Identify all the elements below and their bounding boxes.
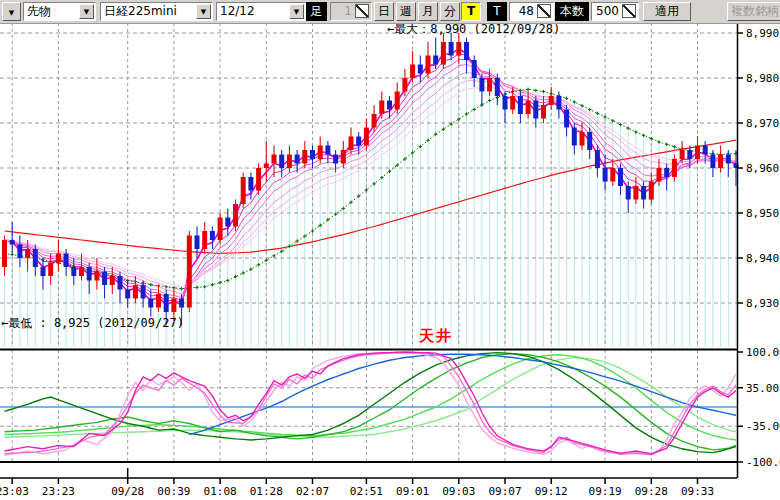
ceiling-annotation: 天井 [419, 327, 453, 346]
period-week-button[interactable]: 週 [396, 2, 416, 21]
svg-text:09:03: 09:03 [442, 485, 475, 498]
bars-count-value: 500 [596, 3, 619, 20]
period-minute-button[interactable]: 分 [440, 2, 460, 21]
symbol-select[interactable]: 日経225mini ▼ [100, 2, 213, 21]
svg-text:-100.00: -100.00 [746, 456, 780, 469]
svg-text:00:39: 00:39 [157, 485, 190, 498]
svg-text:09:07: 09:07 [488, 485, 521, 498]
chart-window: 8,9908,9808,9708,9608,9508,9408,930100.0… [0, 0, 780, 500]
svg-text:8,970: 8,970 [746, 117, 779, 130]
period-day-button[interactable]: 日 [374, 2, 394, 21]
chart-canvas[interactable]: 8,9908,9808,9708,9608,9508,9408,930100.0… [0, 0, 780, 500]
apply-button[interactable]: 適用 [643, 2, 691, 21]
svg-text:01:28: 01:28 [250, 485, 283, 498]
chevron-down-icon: ▼ [9, 9, 14, 17]
svg-text:-35.00: -35.00 [746, 420, 780, 433]
bar-interval-stepper[interactable]: 1 [330, 2, 372, 21]
chevron-down-icon[interactable]: ▼ [79, 4, 94, 19]
spinner-icon[interactable] [355, 4, 369, 18]
spinner-icon[interactable] [537, 4, 551, 18]
svg-text:09/28: 09/28 [111, 485, 144, 498]
toolbar: ▼ 先物 ▼ 日経225mini ▼ 12/12 ▼ 足 1 日 週 月 分 T… [0, 0, 780, 24]
svg-text:01:08: 01:08 [204, 485, 237, 498]
bar-interval-value: 1 [344, 3, 352, 20]
period-tick-button[interactable]: T [461, 2, 481, 21]
svg-text:09:01: 09:01 [396, 485, 429, 498]
svg-text:8,930: 8,930 [746, 297, 779, 310]
min-price-annotation: ←最低 : 8,925 (2012/09/27) [1, 315, 184, 332]
svg-text:02:07: 02:07 [296, 485, 329, 498]
svg-text:8,990: 8,990 [746, 27, 779, 40]
spinner-icon[interactable] [622, 4, 636, 18]
svg-text:8,950: 8,950 [746, 207, 779, 220]
tick-count-stepper[interactable]: 48 [509, 2, 554, 21]
market-select-value: 先物 [27, 3, 51, 20]
svg-text:09:19: 09:19 [589, 485, 622, 498]
contract-month-select[interactable]: 12/12 ▼ [216, 2, 306, 21]
bars-count-chip: 本数 [555, 2, 589, 21]
svg-text:09:12: 09:12 [535, 485, 568, 498]
svg-text:8,940: 8,940 [746, 252, 779, 265]
tick-count-chip: T [487, 2, 507, 21]
svg-text:23:23: 23:23 [42, 485, 75, 498]
symbol-select-value: 日経225mini [104, 3, 177, 20]
contract-month-value: 12/12 [220, 3, 255, 20]
svg-text:8,980: 8,980 [746, 72, 779, 85]
bars-count-stepper[interactable]: 500 [591, 2, 639, 21]
tick-count-value: 48 [519, 3, 534, 20]
svg-text:35.00: 35.00 [746, 382, 779, 395]
bar-type-chip: 足 [306, 2, 327, 21]
svg-text:23:03: 23:03 [0, 485, 29, 498]
chevron-down-icon[interactable]: ▼ [196, 4, 211, 19]
svg-text:09:28: 09:28 [635, 485, 668, 498]
multi-symbol-button[interactable]: 複数銘柄 [727, 2, 780, 21]
chevron-down-icon[interactable]: ▼ [289, 4, 304, 19]
svg-text:02:51: 02:51 [350, 485, 383, 498]
svg-text:100.00: 100.00 [746, 346, 780, 359]
svg-text:8,960: 8,960 [746, 162, 779, 175]
market-select[interactable]: 先物 ▼ [23, 2, 96, 21]
period-month-button[interactable]: 月 [418, 2, 438, 21]
collapse-dropdown-button[interactable]: ▼ [2, 2, 21, 21]
svg-text:09:33: 09:33 [681, 485, 714, 498]
